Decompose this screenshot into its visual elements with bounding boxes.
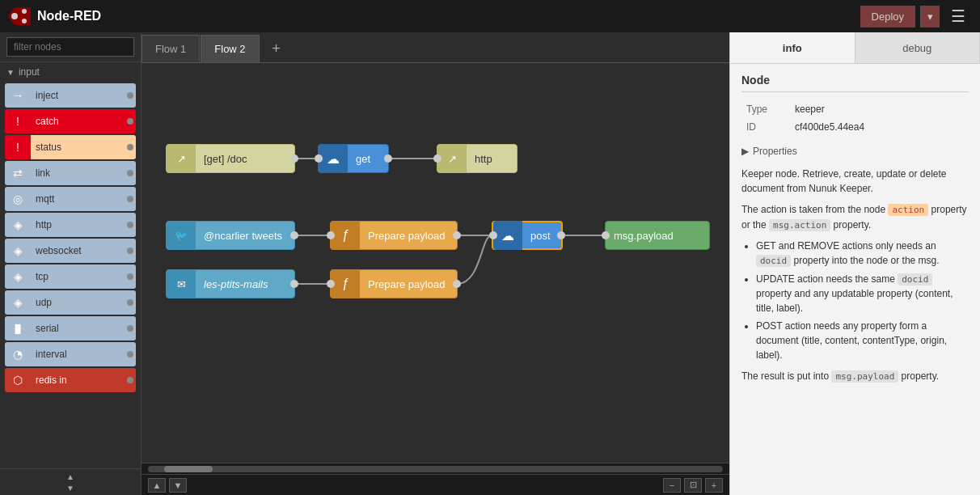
tweets-port-right bbox=[290, 231, 298, 239]
svg-point-1 bbox=[11, 13, 18, 19]
sidebar-item-tcp[interactable]: ◈ tcp bbox=[5, 264, 136, 289]
scrollbar-thumb[interactable] bbox=[164, 466, 213, 472]
right-panel-content: Node Type keeper ID cf400de5.44ea4 ▶ Pro… bbox=[730, 64, 980, 495]
type-label: Type bbox=[741, 100, 790, 118]
post-port-right bbox=[557, 231, 565, 239]
add-tab-button[interactable]: + bbox=[264, 35, 289, 62]
sidebar-item-websocket[interactable]: ◈ websocket bbox=[5, 239, 136, 263]
redis-icon: ⬡ bbox=[5, 368, 31, 392]
sidebar-scroll-down[interactable]: ▼ bbox=[0, 482, 141, 493]
section-label-input: input bbox=[19, 66, 40, 78]
mqtt-label: mqtt bbox=[31, 187, 125, 211]
sidebar-item-inject[interactable]: → inject bbox=[5, 83, 136, 108]
redis-port bbox=[125, 368, 136, 392]
canvas-node-post[interactable]: ☁ post bbox=[492, 221, 563, 250]
sidebar-item-serial[interactable]: ▐▌ serial bbox=[5, 316, 136, 341]
sidebar-item-http[interactable]: ◈ http bbox=[5, 213, 136, 237]
scrollbar-track bbox=[148, 466, 723, 472]
bullet-3: POST action needs any property form a do… bbox=[756, 319, 969, 362]
prepare2-port-right bbox=[453, 280, 461, 288]
node-section-title: Node bbox=[741, 74, 969, 92]
sidebar-item-status[interactable]: ! status bbox=[5, 135, 136, 159]
svg-point-2 bbox=[22, 9, 27, 14]
tab-debug[interactable]: debug bbox=[855, 32, 981, 63]
get-icon: ☁ bbox=[319, 144, 348, 173]
serial-label: serial bbox=[31, 316, 125, 341]
canvas-node-tweets[interactable]: 🐦 @ncarlier tweets bbox=[166, 221, 295, 250]
get-label: get bbox=[348, 144, 388, 173]
right-panel-tabs: info debug bbox=[730, 32, 980, 64]
serial-icon: ▐▌ bbox=[5, 316, 31, 341]
zoom-out-button[interactable]: − bbox=[663, 478, 681, 493]
mqtt-port bbox=[125, 187, 136, 211]
sidebar-scroll-up[interactable]: ▲ bbox=[0, 471, 141, 482]
tab-flow2[interactable]: Flow 2 bbox=[201, 35, 259, 62]
prepare2-label: Prepare payload bbox=[360, 269, 457, 298]
les-ptits-icon: ✉ bbox=[167, 269, 196, 298]
canvas-node-msg-payload[interactable]: msg.payload bbox=[605, 221, 710, 250]
sidebar-item-redis-in[interactable]: ⬡ redis in bbox=[5, 368, 136, 392]
les-ptits-port-right bbox=[290, 280, 298, 288]
post-port-left bbox=[489, 231, 497, 239]
app-title: Node-RED bbox=[37, 9, 101, 23]
docid-badge-1: docid bbox=[756, 255, 791, 267]
canvas-node-get-doc[interactable]: ↗ [get] /doc bbox=[166, 144, 295, 173]
get-port-right bbox=[384, 154, 392, 163]
menu-button[interactable]: ☰ bbox=[944, 3, 972, 29]
tab-info[interactable]: info bbox=[730, 32, 855, 63]
interval-icon: ◔ bbox=[5, 342, 31, 366]
canvas-node-prepare1[interactable]: ƒ Prepare payload bbox=[330, 221, 458, 250]
properties-toggle[interactable]: ▶ Properties bbox=[741, 146, 969, 157]
scroll-down-button[interactable]: ▼ bbox=[169, 478, 187, 493]
node-type-row: Type keeper bbox=[741, 100, 969, 118]
footer-nav: ▲ ▼ bbox=[148, 478, 187, 493]
action-description: The action is taken from the node action… bbox=[741, 202, 969, 232]
horizontal-scrollbar[interactable] bbox=[142, 463, 729, 474]
tcp-icon: ◈ bbox=[5, 264, 31, 289]
canvas-node-prepare2[interactable]: ƒ Prepare payload bbox=[330, 269, 458, 298]
canvas-node-http[interactable]: ↗ http bbox=[437, 144, 517, 173]
udp-port bbox=[125, 290, 136, 315]
result-text-2: property. bbox=[902, 370, 939, 382]
connections-svg bbox=[142, 63, 729, 463]
canvas-container[interactable]: ↗ [get] /doc ☁ get ↗ http 🐦 @ncarlier tw… bbox=[142, 63, 729, 463]
type-value: keeper bbox=[790, 100, 969, 118]
docid-badge-2: docid bbox=[898, 273, 932, 286]
sidebar-item-mqtt[interactable]: ◎ mqtt bbox=[5, 187, 136, 211]
status-port bbox=[125, 135, 136, 159]
search-input[interactable] bbox=[6, 37, 134, 57]
canvas-node-les-ptits[interactable]: ✉ les-ptits-mails bbox=[166, 269, 295, 298]
zoom-in-button[interactable]: + bbox=[705, 478, 723, 493]
main-layout: ▼ input → inject ! catch ! status bbox=[0, 32, 980, 495]
flow-area: Flow 1 Flow 2 + bbox=[142, 32, 729, 495]
deploy-button[interactable]: Deploy bbox=[860, 6, 915, 28]
sidebar-section-input[interactable]: ▼ input bbox=[0, 62, 141, 82]
sidebar-item-interval[interactable]: ◔ interval bbox=[5, 342, 136, 366]
sidebar-item-link[interactable]: ⇄ link bbox=[5, 161, 136, 185]
action-text-3: property. bbox=[834, 219, 871, 231]
tab-flow1[interactable]: Flow 1 bbox=[142, 35, 200, 62]
canvas-footer: ▲ ▼ − ⊡ + bbox=[142, 474, 729, 495]
post-label: post bbox=[522, 221, 561, 250]
websocket-label: websocket bbox=[31, 239, 125, 263]
http-port bbox=[125, 213, 136, 237]
canvas-node-get[interactable]: ☁ get bbox=[318, 144, 389, 173]
tweets-icon: 🐦 bbox=[167, 221, 196, 250]
http-port-left bbox=[433, 154, 441, 163]
action-badge2: msg.action bbox=[769, 219, 830, 231]
scroll-up-button[interactable]: ▲ bbox=[148, 478, 166, 493]
footer-zoom: − ⊡ + bbox=[663, 478, 723, 493]
tabs-bar: Flow 1 Flow 2 + bbox=[142, 32, 729, 63]
post-icon: ☁ bbox=[493, 221, 522, 250]
catch-label: catch bbox=[31, 109, 125, 133]
sidebar-content[interactable]: ▼ input → inject ! catch ! status bbox=[0, 62, 141, 468]
tcp-label: tcp bbox=[31, 264, 125, 289]
zoom-fit-button[interactable]: ⊡ bbox=[684, 478, 702, 493]
deploy-dropdown-button[interactable]: ▾ bbox=[920, 6, 940, 28]
logo-icon bbox=[8, 7, 31, 25]
deploy-area: Deploy ▾ ☰ bbox=[860, 3, 972, 29]
result-text-1: The result is put into bbox=[741, 370, 829, 382]
bullets-section: GET and REMOVE actions only needs an doc… bbox=[741, 239, 969, 362]
sidebar-item-udp[interactable]: ◈ udp bbox=[5, 290, 136, 315]
sidebar-item-catch[interactable]: ! catch bbox=[5, 109, 136, 133]
